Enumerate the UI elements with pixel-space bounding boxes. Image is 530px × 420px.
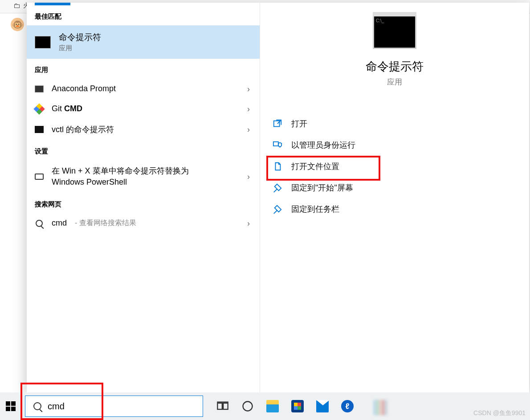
results-preview-column: C:\_ 命令提示符 应用 打开 以管理员身份运行 打开文件位置 固定到"开始"… — [260, 3, 529, 392]
action-label: 固定到任务栏 — [291, 204, 339, 214]
action-label: 打开 — [291, 118, 307, 129]
best-match-subtitle: 应用 — [59, 44, 101, 52]
watermark: CSDN @鱼鱼9901 — [473, 409, 526, 417]
app-item-anaconda[interactable]: Anaconda Prompt › — [27, 79, 260, 99]
web-hint: - 查看网络搜索结果 — [75, 218, 136, 228]
svg-point-4 — [243, 402, 253, 411]
preview-title: 命令提示符 — [260, 59, 529, 74]
web-search-item[interactable]: cmd - 查看网络搜索结果 › — [27, 213, 260, 233]
chevron-right-icon[interactable]: › — [247, 104, 250, 113]
cortana-button[interactable] — [241, 400, 254, 412]
settings-item[interactable]: 在 Win + X 菜单中将命令提示符替换为 Windows PowerShel… — [27, 160, 260, 193]
taskbar-search-input[interactable] — [48, 401, 181, 412]
section-apps: 应用 — [27, 59, 260, 79]
chevron-right-icon[interactable]: › — [247, 125, 250, 134]
search-results-panel: 最佳匹配 命令提示符 应用 应用 Anaconda Prompt › Git C… — [27, 3, 529, 392]
terminal-icon — [35, 85, 44, 93]
mail-button[interactable] — [316, 400, 329, 412]
circle-icon — [241, 400, 254, 412]
svg-rect-3 — [223, 403, 228, 409]
taskbar-pinned-apps: ℓ — [216, 400, 387, 412]
settings-label: 在 Win + X 菜单中将命令提示符替换为 Windows PowerShel… — [52, 166, 221, 188]
web-term: cmd — [52, 218, 67, 228]
taskbar-overflow — [374, 400, 387, 412]
action-run-admin[interactable]: 以管理员身份运行 — [260, 134, 529, 156]
folder-icon — [13, 2, 20, 10]
section-settings: 设置 — [27, 140, 260, 160]
cmd-icon — [35, 36, 51, 48]
taskbar-search-box[interactable] — [25, 396, 203, 417]
annotation-highlight-admin — [266, 156, 380, 181]
app-item-git-cmd[interactable]: Git CMD › — [27, 99, 260, 119]
chevron-right-icon[interactable]: › — [247, 84, 250, 93]
avatar[interactable] — [11, 18, 24, 31]
app-item-vctl[interactable]: vctl 的命令提示符 › — [27, 119, 260, 140]
search-icon — [36, 220, 43, 227]
action-label: 固定到"开始"屏幕 — [291, 182, 353, 193]
action-pin-taskbar[interactable]: 固定到任务栏 — [260, 198, 529, 220]
action-open[interactable]: 打开 — [260, 113, 529, 134]
results-left-column: 最佳匹配 命令提示符 应用 应用 Anaconda Prompt › Git C… — [27, 3, 260, 392]
scope-tab-active[interactable] — [35, 3, 70, 5]
svg-rect-1 — [273, 142, 278, 146]
task-view-button[interactable] — [216, 400, 229, 412]
start-button[interactable] — [0, 392, 21, 420]
settings-icon — [35, 174, 44, 180]
best-match-title: 命令提示符 — [59, 32, 101, 43]
git-icon — [33, 103, 45, 114]
best-match-item[interactable]: 命令提示符 应用 — [27, 25, 260, 59]
microsoft-store-button[interactable] — [291, 400, 304, 412]
pin-icon — [273, 204, 282, 214]
terminal-icon — [35, 126, 44, 133]
section-web: 搜索网页 — [27, 193, 260, 213]
preview-thumbnail: C:\_ — [373, 15, 416, 49]
section-best-match: 最佳匹配 — [27, 5, 260, 25]
browser-button[interactable]: ℓ — [341, 400, 354, 412]
svg-rect-0 — [274, 121, 280, 127]
app-label: Git CMD — [52, 104, 82, 113]
chevron-right-icon[interactable]: › — [247, 172, 250, 182]
app-label: vctl 的命令提示符 — [52, 124, 114, 135]
file-explorer-button[interactable] — [266, 400, 279, 412]
preview-subtitle: 应用 — [260, 77, 529, 87]
taskbar: ℓ — [0, 392, 530, 420]
action-label: 以管理员身份运行 — [291, 140, 355, 150]
open-icon — [273, 119, 282, 129]
svg-rect-2 — [217, 403, 222, 409]
pin-icon — [273, 183, 282, 193]
windows-logo-icon — [6, 401, 16, 411]
chevron-right-icon[interactable]: › — [247, 218, 250, 228]
app-label: Anaconda Prompt — [52, 84, 116, 93]
task-view-icon — [216, 400, 229, 412]
shield-icon — [273, 140, 282, 150]
search-icon — [33, 402, 41, 410]
